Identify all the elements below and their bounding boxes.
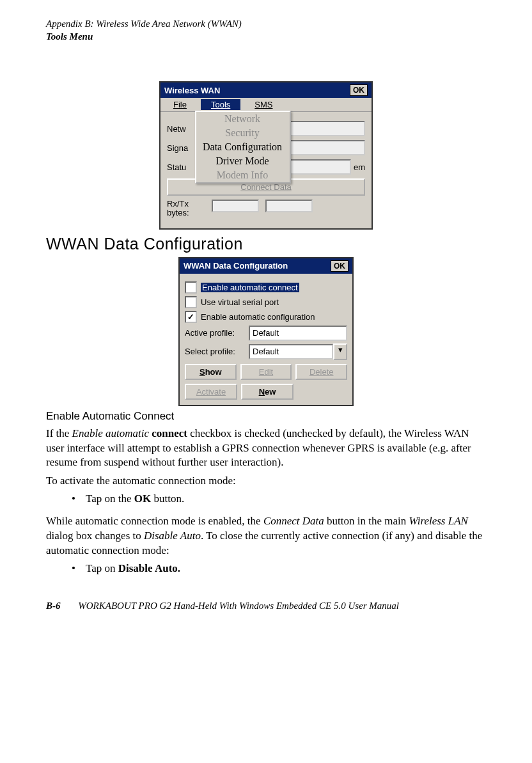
menubar: File Tools SMS (160, 98, 372, 112)
dropdown-drivermode[interactable]: Driver Mode (196, 154, 290, 168)
page-number: B-6 (46, 601, 61, 611)
tx-field (265, 200, 313, 212)
chk-auto-connect[interactable] (185, 281, 197, 294)
subheading: Enable Automatic Connect (46, 410, 486, 423)
dropdown-dataconfig[interactable]: Data Configuration (196, 140, 290, 154)
active-profile-field: Default (249, 326, 347, 341)
chk-auto-connect-label: Enable automatic connect (201, 283, 299, 292)
bullet1: Tap on the OK button. (72, 492, 486, 505)
chk-virtual-serial-label: Use virtual serial port (201, 297, 279, 307)
em-text: em (354, 162, 365, 172)
edit-button[interactable]: Edit (240, 364, 292, 380)
new-button[interactable]: New (241, 384, 293, 400)
rxtx-label: Rx/Tx bytes: (167, 200, 212, 218)
header-line2: Tools Menu (46, 31, 486, 43)
bullet2: Tap on Disable Auto. (72, 562, 486, 575)
wwan-data-config-window: WWAN Data Configuration OK Enable automa… (178, 257, 354, 406)
show-button[interactable]: Show (185, 364, 237, 380)
window-title2: WWAN Data Configuration (184, 261, 331, 271)
footer-text: WORKABOUT PRO G2 Hand-Held With Windows … (78, 601, 399, 611)
dropdown-security[interactable]: Security (196, 126, 290, 140)
titlebar2: WWAN Data Configuration OK (180, 258, 352, 274)
menu-sms[interactable]: SMS (244, 99, 283, 110)
ok-button[interactable]: OK (350, 84, 368, 96)
footer: B-6 WORKABOUT PRO G2 Hand-Held With Wind… (46, 601, 486, 611)
tools-dropdown: Network Security Data Configuration Driv… (195, 111, 291, 184)
window-title: Wireless WAN (164, 86, 350, 95)
menu-tools[interactable]: Tools (201, 99, 240, 110)
active-profile-label: Active profile: (185, 328, 249, 338)
section-title: WWAN Data Configuration (46, 235, 486, 253)
chk-auto-config-label: Enable automatic configuration (201, 312, 315, 322)
select-profile-label: Select profile: (185, 347, 249, 356)
chk-auto-config[interactable] (185, 311, 197, 323)
para1: If the Enable automatic connect checkbox… (46, 427, 486, 471)
chk-virtual-serial[interactable] (185, 296, 197, 308)
para3: While automatic connection mode is enabl… (46, 514, 486, 558)
titlebar: Wireless WAN OK (160, 83, 372, 98)
combo-arrow-icon[interactable]: ▾ (333, 343, 347, 360)
rx-field (212, 200, 259, 212)
dropdown-network[interactable]: Network (196, 112, 290, 126)
activate-button[interactable]: Activate (185, 384, 237, 400)
menu-file[interactable]: File (163, 99, 197, 110)
para2: To activate the automatic connection mod… (46, 474, 486, 489)
select-profile-combo[interactable]: Default (249, 344, 333, 359)
ok-button2[interactable]: OK (331, 260, 348, 272)
delete-button[interactable]: Delete (295, 364, 347, 380)
page-header: Appendix B: Wireless Wide Area Network (… (46, 18, 486, 43)
header-line1: Appendix B: Wireless Wide Area Network (… (46, 18, 486, 31)
dropdown-modeminfo[interactable]: Modem Info (196, 168, 290, 182)
